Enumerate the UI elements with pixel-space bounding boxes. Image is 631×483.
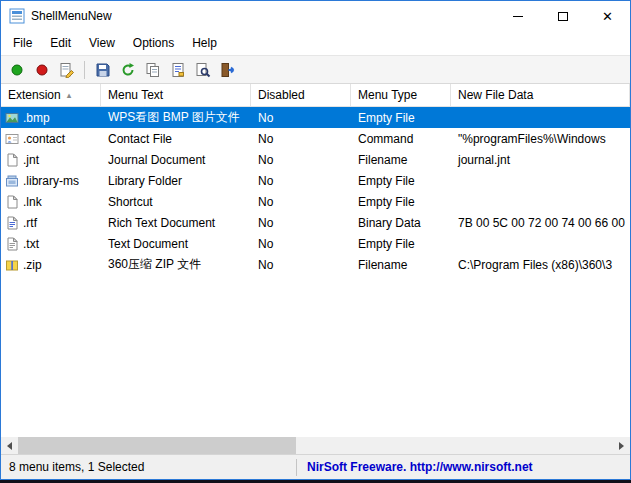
table-row[interactable]: .bmpWPS看图 BMP 图片文件NoEmpty File (1, 107, 630, 128)
column-header-extension[interactable]: Extension ▴ (1, 84, 101, 106)
find-icon (195, 62, 211, 78)
app-window: ShellMenuNew ✕ File Edit View Options He… (0, 0, 631, 480)
scroll-left-arrow-icon (7, 442, 12, 450)
copy-icon (145, 62, 161, 78)
cell-extension: .contact (1, 128, 101, 149)
minimize-icon (513, 16, 523, 17)
sort-ascending-icon: ▴ (67, 90, 72, 100)
maximize-button[interactable] (540, 1, 585, 31)
enable-dot-icon (9, 62, 25, 78)
cell-menu-text: Library Folder (101, 170, 251, 191)
cell-extension: .library-ms (1, 170, 101, 191)
table-row[interactable]: .jntJournal DocumentNoFilenamejournal.jn… (1, 149, 630, 170)
column-header-menu-text[interactable]: Menu Text (101, 84, 251, 106)
cell-disabled: No (251, 149, 351, 170)
bmp-file-icon (5, 111, 19, 125)
text-file-icon (5, 237, 19, 251)
table-row[interactable]: .lnkShortcutNoEmpty File (1, 191, 630, 212)
find-button[interactable] (191, 58, 214, 81)
disable-dot-icon (34, 62, 50, 78)
scroll-left-button[interactable] (1, 437, 18, 454)
cell-menu-type: Empty File (351, 170, 451, 191)
nirsoft-freeware-link[interactable]: NirSoft Freeware. http://www.nirsoft.net (297, 460, 533, 474)
table-header: Extension ▴ Menu Text Disabled Menu Type… (1, 84, 630, 107)
cell-menu-type: Empty File (351, 107, 451, 128)
menu-file[interactable]: File (4, 33, 41, 53)
zip-file-icon (5, 258, 19, 272)
table-body: .bmpWPS看图 BMP 图片文件NoEmpty File.contactCo… (1, 107, 630, 437)
cell-menu-type: Binary Data (351, 212, 451, 233)
exit-icon (220, 62, 236, 78)
copy-button[interactable] (141, 58, 164, 81)
menu-bar: File Edit View Options Help (1, 31, 630, 55)
properties-icon (170, 62, 186, 78)
refresh-button[interactable] (116, 58, 139, 81)
cell-extension: .rtf (1, 212, 101, 233)
minimize-button[interactable] (495, 1, 540, 31)
menu-edit[interactable]: Edit (41, 33, 80, 53)
cell-new-file-data (451, 233, 630, 254)
cell-menu-text: WPS看图 BMP 图片文件 (101, 107, 251, 128)
library-file-icon (5, 174, 19, 188)
cell-disabled: No (251, 254, 351, 275)
cell-new-file-data (451, 191, 630, 212)
cell-menu-text: Rich Text Document (101, 212, 251, 233)
toolbar-separator (84, 61, 85, 79)
scroll-right-button[interactable] (613, 437, 630, 454)
disable-item-button[interactable] (30, 58, 53, 81)
scroll-track[interactable] (18, 437, 613, 454)
cell-new-file-data: C:\Program Files (x86)\360\3 (451, 254, 630, 275)
cell-disabled: No (251, 107, 351, 128)
close-button[interactable]: ✕ (585, 1, 630, 31)
table-row[interactable]: .contactContact FileNoCommand"%programFi… (1, 128, 630, 149)
shellmenunew-app-icon[interactable] (9, 8, 25, 24)
enable-item-button[interactable] (5, 58, 28, 81)
toolbar (1, 55, 630, 84)
maximize-icon (558, 12, 568, 21)
cell-menu-text: Journal Document (101, 149, 251, 170)
menu-view[interactable]: View (80, 33, 124, 53)
document-file-icon (5, 195, 19, 209)
cell-new-file-data: journal.jnt (451, 149, 630, 170)
properties-edit-icon (59, 62, 75, 78)
cell-disabled: No (251, 170, 351, 191)
contact-file-icon (5, 132, 19, 146)
cell-new-file-data: 7B 00 5C 00 72 00 74 00 66 00 (451, 212, 630, 233)
table-row[interactable]: .zip360压缩 ZIP 文件NoFilenameC:\Program Fil… (1, 254, 630, 275)
exit-button[interactable] (216, 58, 239, 81)
cell-menu-type: Command (351, 128, 451, 149)
scroll-thumb[interactable] (18, 437, 296, 454)
menu-items-list: Extension ▴ Menu Text Disabled Menu Type… (1, 84, 630, 437)
cell-menu-type: Empty File (351, 233, 451, 254)
cell-extension: .zip (1, 254, 101, 275)
status-item-count: 8 menu items, 1 Selected (1, 460, 296, 474)
caption-buttons: ✕ (495, 1, 630, 31)
table-row[interactable]: .rtfRich Text DocumentNoBinary Data7B 00… (1, 212, 630, 233)
cell-menu-type: Empty File (351, 191, 451, 212)
cell-menu-type: Filename (351, 254, 451, 275)
cell-menu-text: Text Document (101, 233, 251, 254)
column-header-disabled[interactable]: Disabled (251, 84, 351, 106)
column-header-new-file-data[interactable]: New File Data (451, 84, 630, 106)
cell-extension: .txt (1, 233, 101, 254)
cell-new-file-data (451, 170, 630, 191)
cell-disabled: No (251, 212, 351, 233)
column-header-label: Extension (8, 88, 61, 102)
table-row[interactable]: .txtText DocumentNoEmpty File (1, 233, 630, 254)
save-button[interactable] (91, 58, 114, 81)
document-file-icon (5, 153, 19, 167)
cell-new-file-data: "%programFiles%\Windows (451, 128, 630, 149)
menu-help[interactable]: Help (183, 33, 226, 53)
cell-extension: .jnt (1, 149, 101, 170)
scroll-right-arrow-icon (619, 442, 624, 450)
table-row[interactable]: .library-msLibrary FolderNoEmpty File (1, 170, 630, 191)
refresh-icon (120, 62, 136, 78)
richtext-file-icon (5, 216, 19, 230)
properties-edit-button[interactable] (55, 58, 78, 81)
properties-button[interactable] (166, 58, 189, 81)
menu-options[interactable]: Options (124, 33, 183, 53)
column-header-menu-type[interactable]: Menu Type (351, 84, 451, 106)
save-icon (95, 62, 111, 78)
horizontal-scrollbar[interactable] (1, 437, 630, 454)
window-title: ShellMenuNew (31, 9, 112, 23)
